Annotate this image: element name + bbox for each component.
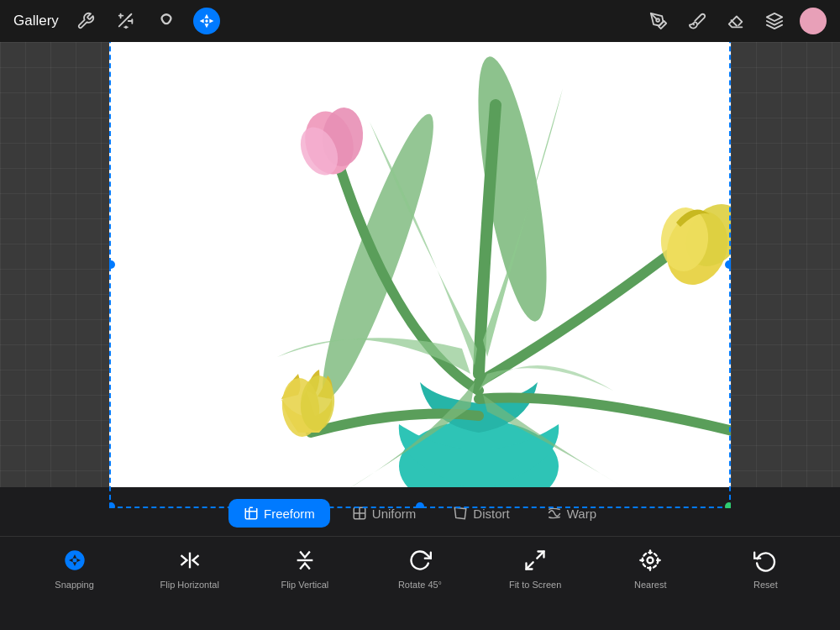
magic-wand-icon[interactable] (113, 8, 139, 34)
gallery-button[interactable]: Gallery (13, 13, 59, 29)
toolbar-left: Gallery (13, 8, 220, 34)
reset-icon (750, 545, 780, 575)
distort-icon (453, 506, 468, 521)
top-toolbar: Gallery (0, 0, 840, 42)
flip-horizontal-label: Flip Horizontal (160, 580, 219, 590)
tool-flip-horizontal[interactable]: Flip Horizontal (156, 545, 223, 590)
fit-to-screen-icon (520, 545, 550, 575)
svg-marker-4 (767, 13, 782, 21)
tool-fit-to-screen[interactable]: Fit to Screen (501, 545, 569, 590)
tool-reset[interactable]: Reset (732, 545, 799, 590)
eraser-icon[interactable] (722, 8, 749, 34)
tab-uniform[interactable]: Uniform (337, 499, 432, 528)
svg-rect-20 (245, 507, 257, 519)
transform-tabs: Freeform Uniform Distort (0, 487, 840, 536)
liquify-icon[interactable] (153, 8, 180, 34)
nearest-icon (635, 545, 665, 575)
canvas-content[interactable] (109, 21, 731, 508)
flip-vertical-icon (290, 545, 320, 575)
svg-line-26 (537, 552, 543, 559)
svg-point-29 (643, 553, 659, 569)
tab-distort-label: Distort (473, 507, 509, 521)
avatar[interactable] (800, 8, 827, 34)
canvas-wrapper (109, 21, 731, 508)
tool-snapping[interactable]: Snapping (41, 545, 108, 590)
tab-freeform[interactable]: Freeform (228, 499, 330, 528)
nearest-label: Nearest (634, 580, 667, 590)
svg-point-2 (205, 19, 207, 22)
tool-nearest[interactable]: Nearest (617, 545, 684, 590)
snapping-icon (60, 545, 90, 575)
bottom-tools: Snapping Flip Horizontal F (0, 536, 840, 603)
pen-icon[interactable] (645, 8, 672, 34)
tool-rotate-45[interactable]: Rotate 45° (386, 545, 454, 590)
rotate-45-icon (405, 545, 435, 575)
layers-icon[interactable] (761, 8, 788, 34)
wrench-icon[interactable] (72, 8, 99, 34)
svg-point-3 (656, 18, 659, 22)
svg-point-28 (648, 558, 654, 564)
flip-vertical-label: Flip Vertical (281, 580, 328, 590)
brush-icon[interactable] (684, 8, 711, 34)
tab-distort[interactable]: Distort (438, 499, 524, 528)
tab-warp-label: Warp (567, 507, 596, 521)
bottom-panel: Freeform Uniform Distort (0, 487, 840, 630)
warp-icon (547, 506, 562, 521)
freeform-icon (244, 506, 259, 521)
flip-horizontal-icon (175, 545, 205, 575)
reset-label: Reset (753, 580, 778, 590)
svg-point-23 (72, 559, 76, 563)
tool-flip-vertical[interactable]: Flip Vertical (271, 545, 339, 590)
canvas-area (0, 42, 840, 487)
move-tool-icon[interactable] (193, 8, 220, 34)
svg-line-27 (527, 562, 533, 569)
tab-uniform-label: Uniform (372, 507, 417, 521)
toolbar-right (645, 8, 827, 34)
fit-to-screen-label: Fit to Screen (509, 580, 561, 590)
rotate-45-label: Rotate 45° (398, 580, 442, 590)
tab-warp[interactable]: Warp (532, 499, 612, 528)
uniform-icon (352, 506, 367, 521)
tab-freeform-label: Freeform (264, 507, 315, 521)
snapping-label: Snapping (55, 580, 94, 590)
svg-marker-22 (455, 507, 467, 519)
